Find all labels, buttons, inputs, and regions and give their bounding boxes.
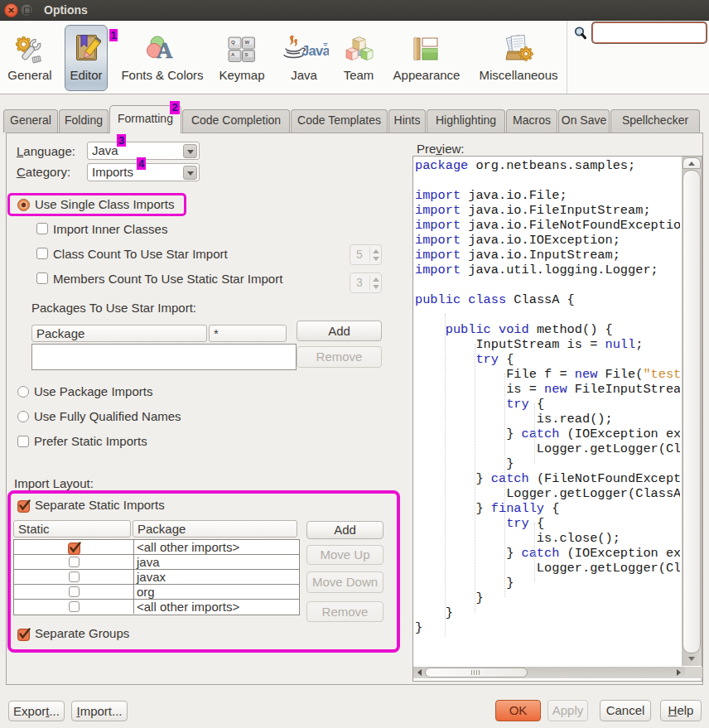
svg-text:A: A [157, 38, 173, 62]
svg-text:W: W [245, 40, 250, 45]
svg-text:A: A [231, 52, 235, 57]
svg-text:S: S [245, 52, 248, 57]
svg-text:Q: Q [231, 40, 235, 45]
